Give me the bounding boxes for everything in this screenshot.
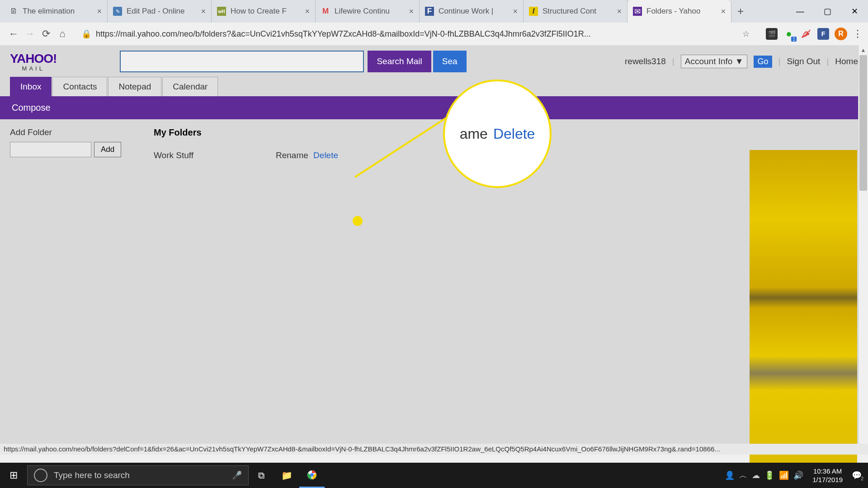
chrome-icon[interactable] — [299, 463, 325, 488]
close-button[interactable]: ✕ — [841, 0, 868, 23]
taskbar-search-placeholder: Type here to search — [54, 470, 232, 480]
new-tab-button[interactable]: + — [731, 0, 750, 23]
user-area: rewells318 | Account Info ▼ Go | Sign Ou… — [625, 55, 858, 68]
nav-tabs: Inbox Contacts Notepad Calendar — [0, 77, 868, 96]
username-label: rewells318 — [625, 56, 666, 66]
tab-calendar[interactable]: Calendar — [162, 77, 218, 96]
wifi-icon[interactable]: 📶 — [779, 470, 789, 480]
search-area: Search Mail Sea — [120, 51, 466, 72]
callout-delete: Delete — [493, 126, 535, 142]
tab-title: Edit Pad - Online — [127, 7, 197, 16]
volume-icon[interactable]: 🔊 — [793, 470, 803, 480]
close-icon[interactable]: × — [305, 7, 310, 16]
search-input[interactable] — [120, 51, 364, 72]
maximize-button[interactable]: ▢ — [814, 0, 841, 23]
sign-out-link[interactable]: Sign Out — [787, 56, 820, 66]
tab-howto[interactable]: wH How to Create F × — [212, 0, 316, 23]
go-button[interactable]: Go — [754, 56, 772, 68]
menu-icon[interactable]: ⋮ — [853, 28, 863, 40]
logo-subtitle: MAIL — [10, 65, 57, 72]
close-icon[interactable]: × — [513, 7, 518, 16]
system-tray: 👤 ︿ ☁ 🔋 📶 🔊 10:36 AM 1/17/2019 💬2 — [725, 467, 868, 484]
extension-icon[interactable]: 🎬 — [766, 28, 778, 40]
taskbar-search[interactable]: Type here to search 🎤 — [27, 465, 249, 485]
browser-chrome: 🗎 The elimination × ✎ Edit Pad - Online … — [0, 0, 868, 45]
star-icon[interactable]: ☆ — [742, 29, 750, 39]
scrollbar-up-icon[interactable]: ▲ — [859, 45, 868, 55]
tab-structured[interactable]: l Structured Cont × — [524, 0, 627, 23]
mic-icon[interactable]: 🎤 — [232, 470, 242, 480]
tab-folders[interactable]: ✉ Folders - Yahoo × — [627, 0, 731, 23]
add-button[interactable]: Add — [94, 142, 121, 157]
sidebar: Add Folder Add — [0, 119, 154, 169]
close-icon[interactable]: × — [201, 7, 206, 16]
logo-text: YAHOO! — [10, 52, 57, 66]
back-button[interactable]: ← — [5, 26, 22, 42]
url-text: https://mail.yahoo.com/neo/b/folders?&ac… — [96, 29, 739, 39]
folder-actions: Rename Delete — [276, 150, 338, 160]
minimize-button[interactable]: — — [787, 0, 814, 23]
tab-contacts[interactable]: Contacts — [52, 77, 107, 96]
time-label: 10:36 AM — [812, 467, 843, 476]
tab-elimination[interactable]: 🗎 The elimination × — [4, 0, 108, 23]
onedrive-icon[interactable]: ☁ — [752, 470, 760, 480]
battery-icon[interactable]: 🔋 — [764, 470, 774, 480]
separator: | — [826, 56, 829, 66]
separator: | — [778, 56, 781, 66]
close-icon[interactable]: × — [617, 7, 622, 16]
reload-button[interactable]: ⟳ — [38, 26, 54, 42]
tab-title: Continue Work | — [439, 7, 509, 16]
start-button[interactable]: ⊞ — [0, 463, 27, 488]
tab-inbox[interactable]: Inbox — [10, 77, 52, 96]
delete-link[interactable]: Delete — [313, 150, 338, 160]
compose-link[interactable]: Compose — [12, 103, 51, 113]
account-info-dropdown[interactable]: Account Info ▼ — [681, 55, 748, 68]
scrollbar-thumb[interactable] — [859, 55, 867, 191]
extension-icon[interactable]: ●1 — [783, 28, 795, 40]
status-url: https://mail.yahoo.com/neo/b/folders?del… — [4, 445, 720, 453]
home-link[interactable]: Home — [835, 56, 858, 66]
separator: | — [672, 56, 675, 66]
tab-editpad[interactable]: ✎ Edit Pad - Online × — [108, 0, 212, 23]
callout-circle: ame Delete — [443, 80, 552, 188]
editpad-icon: ✎ — [113, 7, 122, 16]
tab-title: Structured Cont — [542, 7, 613, 16]
compose-bar: Compose — [0, 96, 868, 119]
close-icon[interactable]: × — [409, 7, 414, 16]
yahoo-icon: ✉ — [633, 7, 642, 16]
action-center-icon[interactable]: 💬2 — [852, 470, 862, 480]
home-button[interactable]: ⌂ — [54, 26, 71, 42]
tab-continue[interactable]: F Continue Work | × — [420, 0, 524, 23]
tab-lifewire[interactable]: M Lifewire Continu × — [316, 0, 420, 23]
taskbar: ⊞ Type here to search 🎤 ⧉ 📁 👤 ︿ ☁ 🔋 📶 🔊 … — [0, 463, 868, 488]
scrollbar[interactable]: ▲ ▼ — [858, 45, 868, 455]
task-view-icon[interactable]: ⧉ — [249, 463, 274, 488]
add-folder-input[interactable] — [10, 142, 91, 157]
rename-link[interactable]: Rename — [276, 150, 308, 160]
tab-notepad[interactable]: Notepad — [108, 77, 161, 96]
yahoo-logo[interactable]: YAHOO! MAIL — [10, 52, 57, 72]
page-content: YAHOO! MAIL Search Mail Sea rewells318 |… — [0, 45, 868, 455]
gmail-icon: M — [321, 7, 330, 16]
extension-icon[interactable]: 🌶 — [800, 28, 812, 40]
people-icon[interactable]: 👤 — [725, 470, 735, 480]
date-label: 1/17/2019 — [812, 475, 843, 484]
search-mail-button[interactable]: Search Mail — [368, 51, 431, 72]
wikihow-icon: wH — [217, 7, 226, 16]
close-icon[interactable]: × — [97, 7, 102, 16]
l-icon: l — [529, 7, 538, 16]
tab-title: The elimination — [23, 7, 93, 16]
chevron-up-icon[interactable]: ︿ — [739, 470, 747, 481]
add-folder-label: Add Folder — [10, 127, 144, 137]
close-icon[interactable]: × — [721, 7, 726, 16]
clock[interactable]: 10:36 AM 1/17/2019 — [808, 467, 847, 484]
url-box[interactable]: 🔒 https://mail.yahoo.com/neo/b/folders?&… — [74, 29, 757, 39]
profile-icon[interactable]: R — [835, 28, 847, 40]
yahoo-header: YAHOO! MAIL Search Mail Sea rewells318 |… — [0, 45, 868, 74]
extension-icon[interactable]: F — [817, 28, 829, 40]
forward-button[interactable]: → — [22, 26, 38, 42]
file-explorer-icon[interactable]: 📁 — [274, 463, 299, 488]
tab-bar: 🗎 The elimination × ✎ Edit Pad - Online … — [0, 0, 868, 23]
search-web-button[interactable]: Sea — [433, 51, 467, 72]
f-icon: F — [425, 7, 434, 16]
